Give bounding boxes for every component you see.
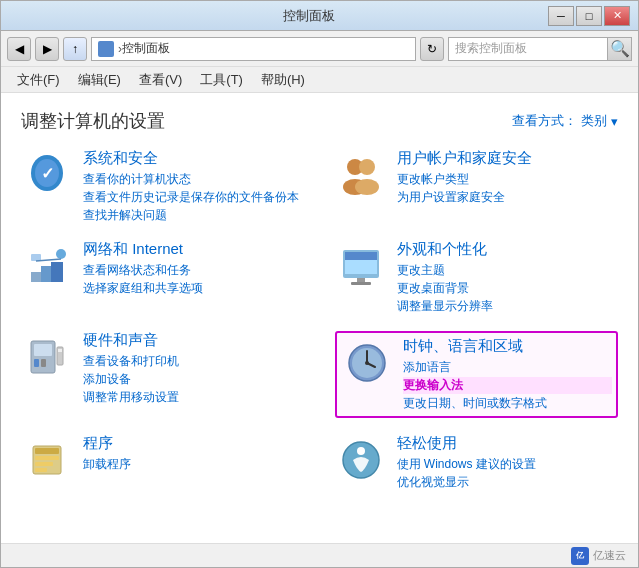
system-link-2[interactable]: 查找并解决问题 bbox=[83, 207, 305, 224]
view-dropdown-icon[interactable]: ▾ bbox=[611, 114, 618, 129]
title-bar: 控制面板 ─ □ ✕ bbox=[1, 1, 638, 31]
system-security-text: 系统和安全 查看你的计算机状态 查看文件历史记录是保存你的文件备份本 查找并解决… bbox=[83, 149, 305, 224]
clock-title[interactable]: 时钟、语言和区域 bbox=[403, 337, 613, 356]
menu-view[interactable]: 查看(V) bbox=[131, 69, 190, 91]
system-security-title[interactable]: 系统和安全 bbox=[83, 149, 305, 168]
programs-links: 卸载程序 bbox=[83, 456, 305, 473]
hardware-links: 查看设备和打印机 添加设备 调整常用移动设置 bbox=[83, 353, 305, 406]
network-text: 网络和 Internet 查看网络状态和任务 选择家庭组和共享选项 bbox=[83, 240, 305, 297]
user-link-0[interactable]: 更改帐户类型 bbox=[397, 171, 619, 188]
hardware-title[interactable]: 硬件和声音 bbox=[83, 331, 305, 350]
watermark: 亿 亿速云 bbox=[571, 547, 626, 565]
window-title: 控制面板 bbox=[69, 7, 548, 25]
svg-rect-20 bbox=[34, 359, 39, 367]
easy-access-links: 使用 Windows 建议的设置 优化视觉显示 bbox=[397, 456, 619, 491]
programs-icon bbox=[21, 434, 73, 486]
main-content: 调整计算机的设置 查看方式： 类别 ▾ ✓ 系统和安全 bbox=[1, 93, 638, 543]
svg-rect-31 bbox=[35, 456, 59, 460]
items-grid: ✓ 系统和安全 查看你的计算机状态 查看文件历史记录是保存你的文件备份本 查找并… bbox=[21, 149, 618, 491]
appearance-links: 更改主题 更改桌面背景 调整量显示分辨率 bbox=[397, 262, 619, 315]
view-mode[interactable]: 类别 bbox=[581, 112, 607, 130]
category-clock: 时钟、语言和区域 添加语言 更换输入法 更改日期、时间或数字格式 bbox=[335, 331, 619, 418]
page-title: 调整计算机的设置 bbox=[21, 109, 165, 133]
menu-tools[interactable]: 工具(T) bbox=[192, 69, 251, 91]
network-title[interactable]: 网络和 Internet bbox=[83, 240, 305, 259]
address-input[interactable]: › 控制面板 bbox=[91, 37, 416, 61]
svg-rect-23 bbox=[58, 349, 62, 352]
user-accounts-title[interactable]: 用户帐户和家庭安全 bbox=[397, 149, 619, 168]
network-link-0[interactable]: 查看网络状态和任务 bbox=[83, 262, 305, 279]
clock-link-0[interactable]: 添加语言 bbox=[403, 359, 613, 376]
search-container: 搜索控制面板 🔍 bbox=[448, 37, 632, 61]
hardware-link-1[interactable]: 添加设备 bbox=[83, 371, 305, 388]
menu-bar: 文件(F) 编辑(E) 查看(V) 工具(T) 帮助(H) bbox=[1, 67, 638, 93]
content-header: 调整计算机的设置 查看方式： 类别 ▾ bbox=[21, 109, 618, 133]
clock-icon bbox=[341, 337, 393, 389]
appearance-link-2[interactable]: 调整量显示分辨率 bbox=[397, 298, 619, 315]
maximize-button[interactable]: □ bbox=[576, 6, 602, 26]
clock-text: 时钟、语言和区域 添加语言 更换输入法 更改日期、时间或数字格式 bbox=[403, 337, 613, 412]
svg-rect-19 bbox=[34, 344, 52, 356]
svg-point-35 bbox=[357, 447, 365, 455]
programs-text: 程序 卸载程序 bbox=[83, 434, 305, 473]
system-security-icon: ✓ bbox=[21, 149, 73, 201]
address-path: 控制面板 bbox=[122, 40, 170, 57]
clock-link-2[interactable]: 更改日期、时间或数字格式 bbox=[403, 395, 613, 412]
programs-title[interactable]: 程序 bbox=[83, 434, 305, 453]
up-button[interactable]: ↑ bbox=[63, 37, 87, 61]
system-link-1[interactable]: 查看文件历史记录是保存你的文件备份本 bbox=[83, 189, 305, 206]
minimize-button[interactable]: ─ bbox=[548, 6, 574, 26]
hardware-icon bbox=[21, 331, 73, 383]
programs-link-0[interactable]: 卸载程序 bbox=[83, 456, 305, 473]
svg-point-11 bbox=[56, 249, 66, 259]
search-button[interactable]: 🔍 bbox=[608, 37, 632, 61]
easy-link-1[interactable]: 优化视觉显示 bbox=[397, 474, 619, 491]
address-bar: ◀ ▶ ↑ › 控制面板 ↻ 搜索控制面板 🔍 bbox=[1, 31, 638, 67]
appearance-link-1[interactable]: 更改桌面背景 bbox=[397, 280, 619, 297]
appearance-title[interactable]: 外观和个性化 bbox=[397, 240, 619, 259]
category-system-security: ✓ 系统和安全 查看你的计算机状态 查看文件历史记录是保存你的文件备份本 查找并… bbox=[21, 149, 305, 224]
user-accounts-links: 更改帐户类型 为用户设置家庭安全 bbox=[397, 171, 619, 206]
close-button[interactable]: ✕ bbox=[604, 6, 630, 26]
back-button[interactable]: ◀ bbox=[7, 37, 31, 61]
svg-rect-15 bbox=[345, 252, 377, 260]
easy-access-icon bbox=[335, 434, 387, 486]
svg-point-6 bbox=[355, 179, 379, 195]
svg-text:✓: ✓ bbox=[41, 165, 54, 182]
system-link-0[interactable]: 查看你的计算机状态 bbox=[83, 171, 305, 188]
easy-link-0[interactable]: 使用 Windows 建议的设置 bbox=[397, 456, 619, 473]
menu-file[interactable]: 文件(F) bbox=[9, 69, 68, 91]
menu-edit[interactable]: 编辑(E) bbox=[70, 69, 129, 91]
path-icon bbox=[98, 41, 114, 57]
svg-rect-30 bbox=[35, 448, 59, 454]
clock-links: 添加语言 更换输入法 更改日期、时间或数字格式 bbox=[403, 359, 613, 412]
main-window: 控制面板 ─ □ ✕ ◀ ▶ ↑ › 控制面板 ↻ 搜索控制面板 🔍 文件(F)… bbox=[0, 0, 639, 568]
user-link-1[interactable]: 为用户设置家庭安全 bbox=[397, 189, 619, 206]
forward-button[interactable]: ▶ bbox=[35, 37, 59, 61]
svg-rect-16 bbox=[357, 278, 365, 282]
menu-help[interactable]: 帮助(H) bbox=[253, 69, 313, 91]
hardware-link-0[interactable]: 查看设备和打印机 bbox=[83, 353, 305, 370]
svg-rect-9 bbox=[51, 262, 63, 282]
refresh-button[interactable]: ↻ bbox=[420, 37, 444, 61]
search-input[interactable]: 搜索控制面板 bbox=[448, 37, 608, 61]
svg-rect-17 bbox=[351, 282, 371, 285]
watermark-logo: 亿 bbox=[571, 547, 589, 565]
bottom-bar: 亿 亿速云 bbox=[1, 543, 638, 567]
easy-access-text: 轻松使用 使用 Windows 建议的设置 优化视觉显示 bbox=[397, 434, 619, 491]
appearance-link-0[interactable]: 更改主题 bbox=[397, 262, 619, 279]
appearance-text: 外观和个性化 更改主题 更改桌面背景 调整量显示分辨率 bbox=[397, 240, 619, 315]
window-controls: ─ □ ✕ bbox=[548, 6, 630, 26]
network-link-1[interactable]: 选择家庭组和共享选项 bbox=[83, 280, 305, 297]
network-icon bbox=[21, 240, 73, 292]
svg-point-4 bbox=[359, 159, 375, 175]
clock-link-1[interactable]: 更换输入法 bbox=[403, 377, 613, 394]
svg-rect-32 bbox=[35, 462, 53, 466]
user-accounts-text: 用户帐户和家庭安全 更改帐户类型 为用户设置家庭安全 bbox=[397, 149, 619, 206]
hardware-text: 硬件和声音 查看设备和打印机 添加设备 调整常用移动设置 bbox=[83, 331, 305, 406]
category-network: 网络和 Internet 查看网络状态和任务 选择家庭组和共享选项 bbox=[21, 240, 305, 315]
easy-access-title[interactable]: 轻松使用 bbox=[397, 434, 619, 453]
category-appearance: 外观和个性化 更改主题 更改桌面背景 调整量显示分辨率 bbox=[335, 240, 619, 315]
hardware-link-2[interactable]: 调整常用移动设置 bbox=[83, 389, 305, 406]
appearance-icon bbox=[335, 240, 387, 292]
